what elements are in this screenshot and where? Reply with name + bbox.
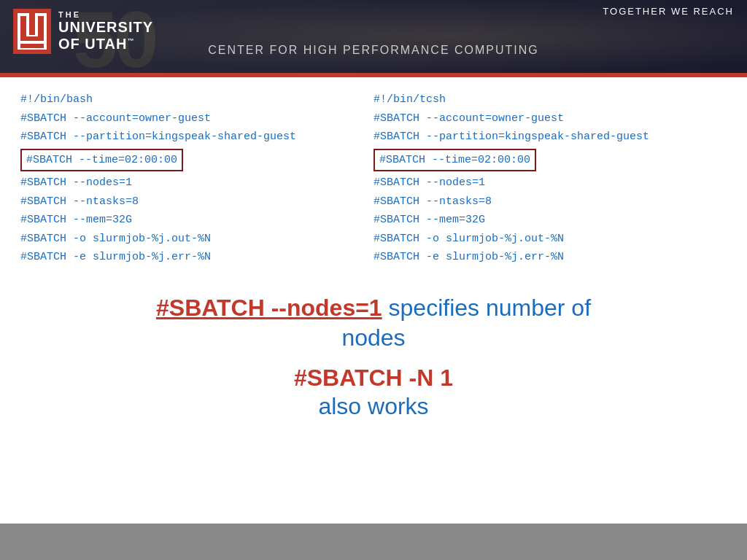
code-line: #SBATCH -o slurmjob-%j.out-%N [20,230,374,249]
code-line: #SBATCH --mem=32G [20,211,374,230]
annotation-line2: nodes [20,324,727,351]
code-columns: #!/bin/bash#SBATCH --account=owner-guest… [20,90,727,267]
code-line: #SBATCH --partition=kingspeak-shared-gue… [374,128,727,147]
code-line: #SBATCH --mem=32G [374,211,727,230]
code-line: #!/bin/tcsh [374,90,727,109]
code-line: #SBATCH --nodes=1 [374,174,727,192]
code-line: #!/bin/bash [20,90,374,109]
code-column-right: #!/bin/tcsh#SBATCH --account=owner-guest… [374,90,727,267]
annotation-nodes-text: nodes [341,324,405,351]
svg-rect-4 [20,16,26,36]
code-column-left: #!/bin/bash#SBATCH --account=owner-guest… [20,90,374,267]
code-line: #SBATCH -e slurmjob-%j.err-%N [20,248,374,267]
code-line: #SBATCH --partition=kingspeak-shared-gue… [20,128,374,147]
annotation-line3: #SBATCH -N 1 [20,365,727,392]
together-we-reach-text: TOGETHER WE REACH [603,6,734,17]
footer [0,524,747,560]
main-content: #!/bin/bash#SBATCH --account=owner-guest… [0,77,747,524]
header: 50 TOGETHER WE REACH THE UNIVERSITY OF [0,0,747,73]
code-line: #SBATCH -o slurmjob-%j.out-%N [374,230,727,249]
svg-rect-5 [38,16,44,36]
code-line: #SBATCH -e slurmjob-%j.err-%N [374,248,727,267]
center-title: CENTER FOR HIGH PERFORMANCE COMPUTING [0,44,747,57]
annotation-underlined: #SBATCH --nodes=1 [156,295,382,321]
annotation-area: #SBATCH --nodes=1 specifies number of no… [20,287,727,420]
code-line: #SBATCH --account=owner-guest [20,109,374,128]
code-line: #SBATCH --nodes=1 [20,174,374,192]
highlighted-code-line: #SBATCH --time=02:00:00 [20,149,183,172]
svg-rect-6 [20,36,44,41]
annotation-line1: #SBATCH --nodes=1 specifies number of [20,295,727,322]
annotation-line4: also works [20,393,727,420]
logo-the: THE [58,10,153,19]
highlighted-code-line: #SBATCH --time=02:00:00 [374,149,536,172]
logo-university: UNIVERSITY [58,19,153,36]
annotation-rest: specifies number of [382,295,591,321]
code-line: #SBATCH --account=owner-guest [374,109,727,128]
code-line: #SBATCH --ntasks=8 [374,192,727,211]
code-line: #SBATCH --ntasks=8 [20,192,374,211]
